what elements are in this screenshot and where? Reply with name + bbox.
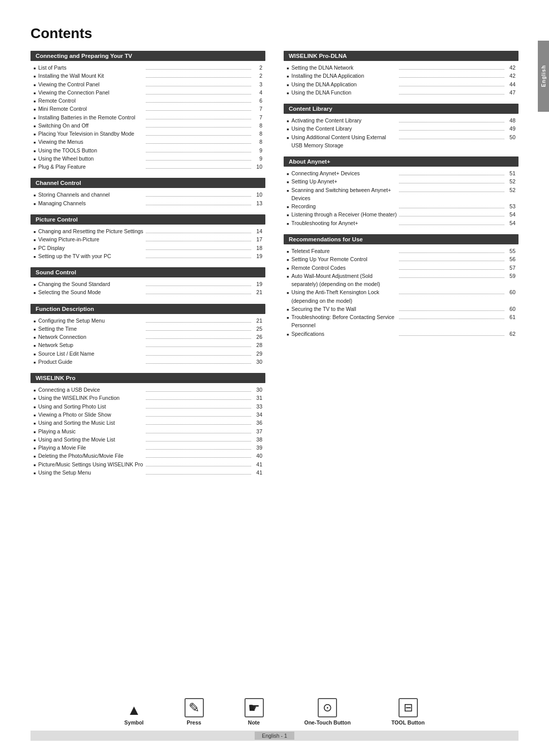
section-connecting-preparing: Connecting and Preparing Your TVList of … [30, 51, 265, 171]
section-header-sound-control: Sound Control [30, 267, 265, 277]
item-page: 2 [253, 64, 262, 72]
item-text: Setting the DLNA Network [291, 64, 396, 72]
list-item: Using the Wheel button9 [33, 154, 263, 163]
item-text: Setting Up Your Remote Control [291, 255, 396, 263]
item-page: 47 [506, 88, 515, 97]
item-page: 10 [253, 191, 262, 199]
item-text: Remote Control Codes [291, 264, 396, 272]
symbol-icon-arrow: ▲ [127, 703, 141, 717]
list-item: Mini Remote Control7 [33, 105, 263, 113]
symbol-label-one-touch: One-Touch Button [304, 719, 351, 726]
list-item: Using the Setup Menu41 [33, 468, 263, 477]
item-page: 41 [253, 468, 262, 477]
item-page: 31 [253, 394, 262, 402]
left-column: Connecting and Preparing Your TVList of … [30, 51, 265, 484]
item-page: 6 [253, 97, 262, 105]
item-text: Product Guide [38, 358, 143, 366]
list-item: Viewing a Photo or Slide Show34 [33, 411, 263, 419]
item-dots [146, 196, 251, 197]
section-header-recommendations: Recommendations for Use [284, 234, 518, 244]
item-dots [399, 277, 504, 278]
section-wiselink-pro: WISELINK ProConnecting a USB Device30Usi… [30, 373, 265, 477]
item-dots [146, 249, 251, 250]
section-sound-control: Sound ControlChanging the Sound Standard… [30, 267, 265, 297]
item-text: Scanning and Switching between Anynet+ D… [291, 186, 396, 203]
item-page: 26 [253, 333, 262, 341]
list-item: List of Parts2 [33, 64, 263, 72]
item-text: Placing Your Television in Standby Mode [38, 130, 143, 138]
item-page: 36 [253, 419, 262, 427]
item-text: Listening through a Receiver (Home theat… [291, 210, 396, 218]
content-columns: Connecting and Preparing Your TVList of … [30, 51, 518, 484]
section-items-recommendations: Teletext Feature55Setting Up Your Remote… [284, 247, 518, 338]
list-item: Viewing the Control Panel3 [33, 80, 263, 88]
item-page: 8 [253, 121, 262, 130]
item-dots [146, 152, 251, 152]
list-item: Specifications62 [286, 330, 516, 338]
item-page: 62 [506, 330, 515, 338]
item-page: 57 [506, 264, 515, 272]
item-page: 42 [506, 72, 515, 80]
item-dots [399, 261, 504, 261]
item-dots [146, 119, 251, 119]
list-item: Troubleshooting for Anynet+54 [286, 219, 516, 227]
item-text: Configuring the Setup Menu [38, 317, 143, 325]
item-page: 18 [253, 244, 262, 252]
item-text: Using Additional Content Using External … [291, 133, 396, 150]
section-header-about-anynet: About Anynet+ [284, 156, 518, 167]
item-text: Specifications [291, 330, 396, 338]
item-dots [146, 294, 251, 294]
item-text: Setting up the TV with your PC [38, 252, 143, 260]
symbol-item-tool: ⊟ TOOL Button [391, 698, 425, 726]
section-recommendations: Recommendations for UseTeletext Feature5… [284, 234, 518, 338]
list-item: Installing the Wall Mount Kit2 [33, 72, 263, 80]
list-item: Network Setup28 [33, 341, 263, 349]
item-page: 21 [253, 317, 262, 325]
list-item: Configuring the Setup Menu21 [33, 317, 263, 325]
item-page: 33 [253, 402, 262, 411]
item-dots [399, 192, 504, 192]
page-title: Contents [30, 25, 518, 42]
section-items-function-description: Configuring the Setup Menu21Setting the … [30, 317, 265, 366]
item-text: Viewing a Photo or Slide Show [38, 411, 143, 419]
footer-page-label: English - 1 [255, 732, 294, 740]
list-item: Picture/Music Settings Using WISELINK Pr… [33, 460, 263, 468]
list-item: Securing the TV to the Wall60 [286, 305, 516, 313]
item-dots [399, 77, 504, 78]
item-dots [399, 139, 504, 139]
item-dots [399, 335, 504, 336]
section-header-content-library: Content Library [284, 104, 518, 114]
item-text: Selecting the Sound Mode [38, 288, 143, 296]
symbol-item-note: ☛ Note [245, 698, 264, 726]
item-dots [399, 69, 504, 70]
item-page: 21 [253, 288, 262, 296]
list-item: Playing a Music37 [33, 427, 263, 435]
section-header-wiselink-pro: WISELINK Pro [30, 373, 265, 383]
item-dots [399, 216, 504, 216]
list-item: Managing Channels13 [33, 199, 263, 207]
item-text: Managing Channels [38, 199, 143, 207]
item-dots [146, 94, 251, 94]
side-tab: English [538, 41, 549, 112]
item-dots [146, 168, 251, 169]
item-page: 9 [253, 146, 262, 154]
item-text: Using and Sorting Photo List [38, 402, 143, 411]
item-text: Storing Channels and channel [38, 191, 143, 199]
list-item: Changing and Resetting the Picture Setti… [33, 227, 263, 235]
item-page: 48 [506, 116, 515, 124]
section-channel-control: Channel ControlStoring Channels and chan… [30, 178, 265, 207]
list-item: Teletext Feature55 [286, 247, 516, 255]
item-page: 61 [506, 313, 515, 321]
section-header-picture-control: Picture Control [30, 214, 265, 225]
note-icon: ☛ [245, 698, 264, 717]
item-text: Using and Sorting the Music List [38, 419, 143, 427]
item-dots [399, 122, 504, 122]
item-text: Viewing the Control Panel [38, 80, 143, 88]
item-text: Recording [291, 202, 396, 210]
list-item: Setting the DLNA Network42 [286, 64, 516, 72]
item-text: Changing the Sound Standard [38, 280, 143, 288]
item-text: Using and Sorting the Movie List [38, 435, 143, 444]
item-dots [146, 258, 251, 258]
list-item: Product Guide30 [33, 358, 263, 366]
item-dots [146, 346, 251, 347]
